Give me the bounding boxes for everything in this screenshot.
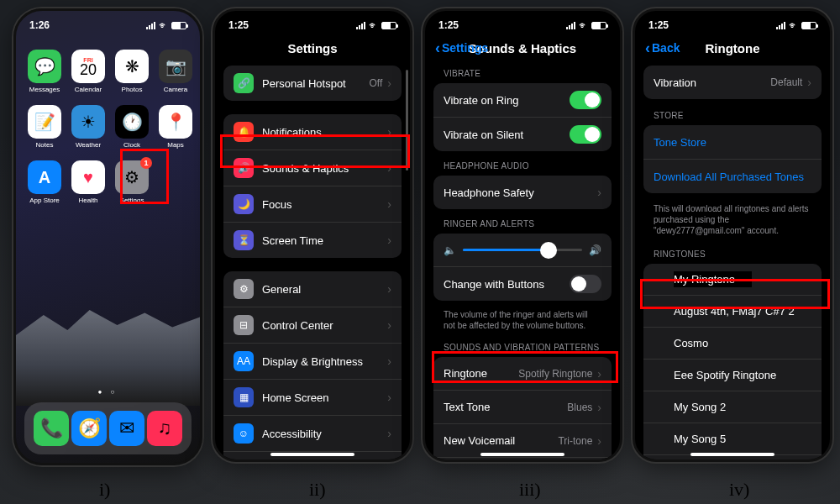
wifi-icon: ᯤ: [789, 20, 798, 30]
status-time: 1:25: [648, 19, 669, 31]
battery-icon: [801, 22, 816, 29]
chevron-right-icon: ›: [387, 391, 391, 404]
wifi-icon: ᯤ: [579, 20, 588, 30]
download-tones-link[interactable]: Download All Purchased Tones: [643, 160, 822, 193]
step-label: ii): [309, 479, 326, 501]
sound-row-new-mail[interactable]: New MailAurora›: [433, 458, 612, 462]
toggle[interactable]: [570, 125, 601, 144]
settings-row-display-brightness[interactable]: AADisplay & Brightness›: [223, 344, 402, 380]
ringtone-item[interactable]: My Song 5: [643, 423, 822, 455]
status-bar: 1:25 ᯤ: [425, 11, 620, 34]
phone-home-screen: 1:26 ᯤ 💬MessagesFRI20Calendar❋Photos📷Cam…: [13, 8, 202, 465]
page-title: Settings: [215, 34, 410, 66]
status-bar: 1:25 ᯤ: [215, 11, 410, 34]
phone-ringtone-picker: 1:25 ᯤ ‹Back Ringtone VibrationDefault› …: [633, 8, 832, 462]
dock-phone[interactable]: 📞: [34, 411, 69, 446]
app-messages[interactable]: 💬Messages: [28, 50, 61, 93]
wifi-icon: ᯤ: [159, 20, 168, 30]
chevron-right-icon: ›: [807, 76, 811, 89]
ringtone-item[interactable]: Eee Spotify Ringtone: [643, 360, 822, 391]
back-button[interactable]: ‹Settings: [435, 41, 488, 55]
chevron-right-icon: ›: [597, 434, 601, 448]
settings-row-sounds-haptics[interactable]: 🔊Sounds & Haptics›: [223, 150, 402, 186]
settings-row-control-center[interactable]: ⊟Control Center›: [223, 307, 402, 344]
settings-row-screen-time[interactable]: ⏳Screen Time›: [223, 223, 402, 258]
tone-store-link[interactable]: Tone Store: [643, 125, 822, 160]
change-buttons-toggle[interactable]: [570, 275, 601, 293]
vibrate-row[interactable]: Vibrate on Ring: [433, 83, 612, 118]
app-photos[interactable]: ❋Photos: [115, 50, 149, 93]
cellular-icon: [146, 22, 155, 29]
back-button[interactable]: ‹Back: [645, 41, 680, 55]
battery-icon: [171, 22, 186, 29]
section-header: RINGER AND ALERTS: [433, 216, 612, 234]
home-indicator[interactable]: [690, 453, 774, 456]
section-header: HEADPHONE AUDIO: [433, 158, 612, 176]
section-footer: This will download all ringtones and ale…: [643, 198, 822, 236]
app-app-store[interactable]: AApp Store: [28, 160, 61, 204]
headphone-safety-row[interactable]: Headphone Safety›: [433, 176, 612, 209]
status-time: 1:25: [228, 19, 249, 31]
page-title: Ringtone: [706, 41, 760, 55]
status-time: 1:25: [438, 19, 459, 31]
chevron-right-icon: ›: [387, 161, 391, 175]
sound-row-ringtone[interactable]: RingtoneSpotify Ringtone›: [433, 357, 612, 391]
battery-icon: [591, 22, 606, 29]
settings-row-home-screen[interactable]: ▦Home Screen›: [223, 380, 402, 416]
dock-music[interactable]: ♫: [147, 411, 182, 446]
wifi-icon: ᯤ: [369, 20, 378, 30]
ringtone-item[interactable]: August 4th, FMaj7 C#7 2: [643, 296, 822, 328]
vibration-row[interactable]: VibrationDefault›: [643, 66, 822, 99]
settings-row-personal-hotspot[interactable]: 🔗Personal HotspotOff›: [223, 66, 402, 101]
settings-row-focus[interactable]: 🌙Focus›: [223, 186, 402, 223]
app-clock[interactable]: 🕐Clock: [115, 105, 149, 149]
row-icon: ☺: [234, 423, 254, 444]
row-icon: 🌙: [234, 194, 254, 214]
ringtone-item[interactable]: My Ringtone: [643, 264, 822, 296]
app-health[interactable]: ♥Health: [71, 160, 105, 204]
section-footer: The volume of the ringer and alerts will…: [433, 304, 612, 331]
app-settings[interactable]: ⚙1Settings: [115, 160, 149, 204]
volume-high-icon: 🔊: [589, 244, 601, 256]
chevron-right-icon: ›: [387, 125, 391, 139]
settings-row-general[interactable]: ⚙General›: [223, 271, 402, 307]
change-with-buttons-row[interactable]: Change with Buttons: [433, 267, 612, 301]
app-maps[interactable]: 📍Maps: [159, 105, 192, 149]
cellular-icon: [566, 22, 575, 29]
app-camera[interactable]: 📷Camera: [159, 50, 192, 93]
step-label: i): [99, 479, 110, 501]
dock-mail[interactable]: ✉: [109, 411, 144, 446]
home-indicator[interactable]: [270, 453, 354, 456]
step-label: iv): [729, 479, 749, 501]
phone-settings-list: 1:25 ᯤ Settings 🔗Personal HotspotOff› 🔔N…: [213, 8, 412, 462]
battery-icon: [381, 22, 396, 29]
page-indicator[interactable]: ● ○: [16, 388, 200, 396]
settings-row-notifications[interactable]: 🔔Notifications›: [223, 114, 402, 150]
dock-safari[interactable]: 🧭: [71, 411, 107, 446]
row-icon: 🔊: [234, 158, 254, 178]
phone-sounds-haptics: 1:25 ᯤ ‹Settings Sounds & Haptics VIBRAT…: [423, 8, 622, 462]
chevron-right-icon: ›: [597, 367, 601, 381]
chevron-right-icon: ›: [387, 76, 391, 90]
ringtone-item[interactable]: Post Malone - Better Now: [643, 455, 822, 462]
volume-low-icon: 🔈: [444, 244, 456, 256]
vibrate-row[interactable]: Vibrate on Silent: [433, 118, 612, 151]
cellular-icon: [356, 22, 365, 29]
section-header: SOUNDS AND VIBRATION PATTERNS: [433, 339, 612, 357]
ringtone-item[interactable]: Cosmo: [643, 328, 822, 360]
volume-slider[interactable]: [463, 249, 582, 251]
scrollbar[interactable]: [406, 70, 408, 171]
app-calendar[interactable]: FRI20Calendar: [71, 50, 105, 93]
row-icon: ⏳: [234, 230, 254, 250]
step-label: iii): [519, 479, 541, 501]
ringtone-item[interactable]: My Song 2: [643, 391, 822, 423]
toggle[interactable]: [570, 91, 601, 109]
chevron-right-icon: ›: [387, 427, 391, 440]
dock: 📞🧭✉♫: [24, 402, 192, 454]
row-icon: 🔗: [234, 73, 254, 93]
sound-row-text-tone[interactable]: Text ToneBlues›: [433, 391, 612, 424]
settings-row-accessibility[interactable]: ☺Accessibility›: [223, 416, 402, 452]
app-notes[interactable]: 📝Notes: [28, 105, 61, 149]
home-indicator[interactable]: [480, 453, 564, 456]
app-weather[interactable]: ☀Weather: [71, 105, 105, 149]
